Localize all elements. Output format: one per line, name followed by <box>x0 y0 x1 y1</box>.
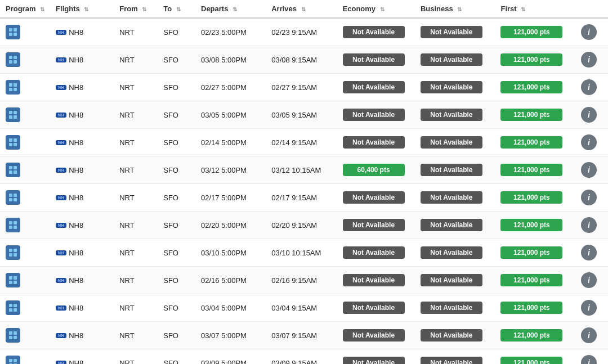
first-badge[interactable]: 121,000 pts <box>500 136 562 149</box>
svg-rect-10 <box>9 88 12 91</box>
first-badge[interactable]: 121,000 pts <box>500 81 562 93</box>
economy-cell: Not Available <box>337 267 415 294</box>
table-row: NH NH8 NRTSFO02/17 5:00PM02/17 9:15AMNot… <box>0 184 608 212</box>
economy-cell: Not Available <box>337 129 415 156</box>
first-cell[interactable]: 121,000 pts <box>495 212 575 239</box>
economy-cell[interactable]: 60,400 pts <box>337 156 415 184</box>
first-cell[interactable]: 121,000 pts <box>495 294 575 322</box>
first-cell[interactable]: 121,000 pts <box>495 18 575 46</box>
first-cell[interactable]: 121,000 pts <box>495 74 575 101</box>
col-flights-label: Flights <box>56 5 80 13</box>
first-badge[interactable]: 121,000 pts <box>500 164 562 176</box>
info-button[interactable]: i <box>581 217 597 233</box>
info-cell[interactable]: i <box>575 18 608 46</box>
info-button[interactable]: i <box>581 245 597 260</box>
col-program[interactable]: Program ⇅ <box>0 0 50 18</box>
info-button[interactable]: i <box>581 107 597 123</box>
svg-rect-7 <box>14 60 17 64</box>
business-cell: Not Available <box>415 239 495 267</box>
col-arrives[interactable]: Arrives ⇅ <box>266 0 337 18</box>
program-icon <box>6 190 20 205</box>
flights-cell: NH NH8 <box>50 18 114 46</box>
col-flights[interactable]: Flights ⇅ <box>50 0 114 18</box>
arrives-cell: 02/27 9:15AM <box>266 74 337 101</box>
svg-rect-43 <box>14 308 17 312</box>
info-cell[interactable]: i <box>575 129 608 156</box>
first-badge[interactable]: 121,000 pts <box>500 357 562 364</box>
info-cell[interactable]: i <box>575 294 608 322</box>
info-button[interactable]: i <box>581 300 597 316</box>
first-badge[interactable]: 121,000 pts <box>500 274 562 286</box>
info-cell[interactable]: i <box>575 46 608 74</box>
first-cell[interactable]: 121,000 pts <box>495 322 575 349</box>
first-cell[interactable]: 121,000 pts <box>495 239 575 267</box>
business-cell: Not Available <box>415 349 495 365</box>
first-badge[interactable]: 121,000 pts <box>500 53 562 66</box>
economy-cell: Not Available <box>337 212 415 239</box>
info-cell[interactable]: i <box>575 156 608 184</box>
first-badge[interactable]: 121,000 pts <box>500 329 562 341</box>
info-button[interactable]: i <box>581 52 597 68</box>
col-to[interactable]: To ⇅ <box>158 0 195 18</box>
info-cell[interactable]: i <box>575 322 608 349</box>
col-from[interactable]: From ⇅ <box>114 0 158 18</box>
svg-rect-38 <box>9 281 12 284</box>
economy-badge: Not Available <box>343 26 405 38</box>
first-badge[interactable]: 121,000 pts <box>500 302 562 314</box>
arrives-cell: 02/23 9:15AM <box>266 18 337 46</box>
first-badge[interactable]: 121,000 pts <box>500 191 562 204</box>
airline-logo: NH <box>56 168 66 173</box>
col-economy[interactable]: Economy ⇅ <box>337 0 415 18</box>
col-first[interactable]: First ⇅ <box>495 0 575 18</box>
info-button[interactable]: i <box>581 327 597 343</box>
first-cell[interactable]: 121,000 pts <box>495 129 575 156</box>
info-cell[interactable]: i <box>575 101 608 129</box>
first-cell[interactable]: 121,000 pts <box>495 349 575 365</box>
program-cell <box>0 184 50 212</box>
arrives-cell: 02/20 9:15AM <box>266 212 337 239</box>
info-cell[interactable]: i <box>575 267 608 294</box>
first-cell[interactable]: 121,000 pts <box>495 184 575 212</box>
info-cell[interactable]: i <box>575 239 608 267</box>
economy-badge[interactable]: 60,400 pts <box>343 164 405 176</box>
flights-cell: NH NH8 <box>50 294 114 322</box>
to-cell: SFO <box>158 212 195 239</box>
departs-cell: 02/23 5:00PM <box>195 18 266 46</box>
first-cell[interactable]: 121,000 pts <box>495 46 575 74</box>
business-cell: Not Available <box>415 74 495 101</box>
info-cell[interactable]: i <box>575 349 608 365</box>
first-cell[interactable]: 121,000 pts <box>495 101 575 129</box>
col-program-label: Program <box>6 5 35 13</box>
sort-icon-departs: ⇅ <box>233 6 237 12</box>
info-cell[interactable]: i <box>575 74 608 101</box>
to-cell: SFO <box>158 322 195 349</box>
info-cell[interactable]: i <box>575 184 608 212</box>
info-button[interactable]: i <box>581 134 597 150</box>
col-departs[interactable]: Departs ⇅ <box>195 0 266 18</box>
col-business[interactable]: Business ⇅ <box>415 0 495 18</box>
info-cell[interactable]: i <box>575 212 608 239</box>
svg-rect-13 <box>14 111 17 114</box>
first-badge[interactable]: 121,000 pts <box>500 219 562 231</box>
info-button[interactable]: i <box>581 24 597 40</box>
economy-badge: Not Available <box>343 274 405 286</box>
airline-logo: NH <box>56 278 66 283</box>
info-button[interactable]: i <box>581 190 597 205</box>
info-button[interactable]: i <box>581 79 597 95</box>
departs-cell: 02/20 5:00PM <box>195 212 266 239</box>
svg-rect-23 <box>14 170 17 174</box>
program-cell <box>0 46 50 74</box>
info-button[interactable]: i <box>581 355 597 364</box>
first-badge[interactable]: 121,000 pts <box>500 26 562 38</box>
economy-cell: Not Available <box>337 239 415 267</box>
first-cell[interactable]: 121,000 pts <box>495 156 575 184</box>
info-button[interactable]: i <box>581 162 597 178</box>
first-cell[interactable]: 121,000 pts <box>495 267 575 294</box>
program-icon <box>6 245 20 260</box>
first-badge[interactable]: 121,000 pts <box>500 246 562 259</box>
program-icon <box>6 107 20 122</box>
svg-rect-28 <box>9 221 12 224</box>
info-button[interactable]: i <box>581 272 597 288</box>
first-badge[interactable]: 121,000 pts <box>500 109 562 121</box>
arrives-cell: 02/17 9:15AM <box>266 184 337 212</box>
